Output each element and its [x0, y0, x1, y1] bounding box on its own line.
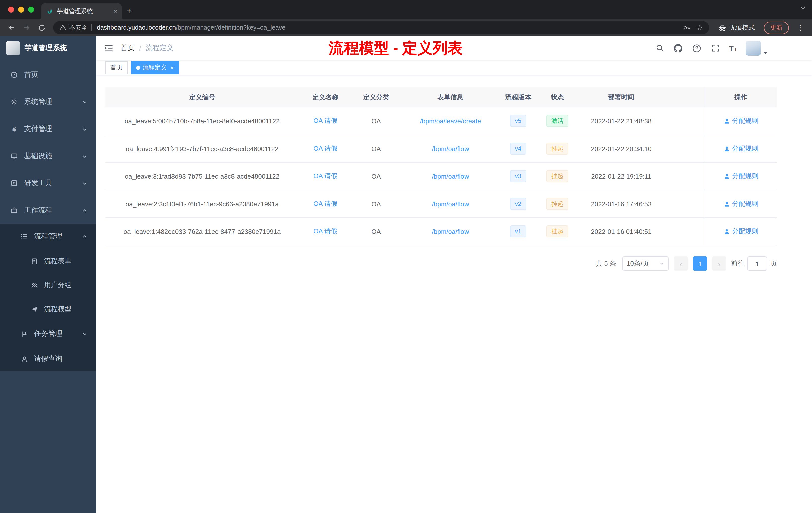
tab-strip: 芋道管理系统 × + [0, 0, 812, 19]
chevron-down-icon [659, 261, 664, 266]
assign-rule-button[interactable]: 分配规则 [724, 227, 758, 236]
sidebar-logo[interactable]: 芋道管理系统 [0, 36, 96, 60]
password-key-icon[interactable] [683, 24, 690, 31]
incognito-icon [718, 24, 727, 31]
pagination-goto: 前往 1 页 [731, 256, 777, 271]
chevron-down-icon [82, 99, 87, 105]
update-button[interactable]: 更新 [764, 21, 789, 34]
col-header-operation: 操作 [704, 87, 777, 107]
breadcrumb-home[interactable]: 首页 [120, 44, 135, 53]
annotation-title: 流程模型 - 定义列表 [329, 38, 463, 59]
sidebar-item-task-management[interactable]: 任务管理 [0, 321, 96, 346]
window-close-button[interactable] [8, 6, 14, 12]
tag-close-icon[interactable]: × [170, 64, 174, 71]
status-badge: 挂起 [546, 170, 569, 182]
assign-rule-button[interactable]: 分配规则 [724, 199, 758, 208]
version-tag: v1 [510, 225, 526, 237]
paper-plane-icon [30, 306, 38, 312]
tab-search-chevron-icon[interactable] [800, 5, 806, 11]
tool-icon [10, 180, 18, 187]
definition-name-link[interactable]: OA 请假 [313, 144, 337, 153]
sidebar-item-leave-query[interactable]: 请假查询 [0, 346, 96, 371]
deploy-time: 2022-01-22 19:19:11 [579, 163, 663, 190]
new-tab-button[interactable]: + [126, 6, 132, 16]
browser-menu-icon[interactable]: ⋮ [794, 24, 807, 32]
breadcrumb: 首页 / 流程定义 [120, 44, 174, 53]
user-menu[interactable] [746, 41, 768, 56]
address-bar[interactable]: 不安全 dashboard.yudao.iocoder.cn/bpm/manag… [53, 21, 709, 34]
form-link[interactable]: /bpm/oa/flow [432, 173, 469, 180]
definition-id: oa_leave:5:004b710b-7b8a-11ec-8ef0-acde4… [106, 108, 299, 134]
definition-name-link[interactable]: OA 请假 [313, 199, 337, 208]
deploy-time: 2022-01-16 17:46:53 [579, 190, 663, 217]
url-host: dashboard.yudao.iocoder.cn [97, 24, 176, 31]
chevron-down-icon [82, 331, 87, 337]
pagination: 共 5 条 10条/页 ‹ 1 › 前往 1 页 [106, 256, 777, 271]
form-link[interactable]: /bpm/oa/flow [432, 145, 469, 152]
assign-rule-button[interactable]: 分配规则 [724, 172, 758, 181]
user-icon [20, 356, 28, 362]
sidebar-item-process-model[interactable]: 流程模型 [0, 297, 96, 321]
search-icon[interactable] [655, 44, 665, 52]
goto-page-input[interactable]: 1 [747, 256, 767, 271]
sidebar-toggle-icon[interactable] [105, 44, 114, 52]
assign-rule-button[interactable]: 分配规则 [724, 117, 758, 125]
sidebar-item-system[interactable]: 系统管理 [0, 88, 96, 116]
sidebar-item-process-management[interactable]: 流程管理 [0, 224, 96, 249]
version-tag: v4 [510, 143, 526, 155]
window-zoom-button[interactable] [28, 6, 34, 12]
status-badge: 挂起 [546, 198, 569, 210]
definition-name-link[interactable]: OA 请假 [313, 172, 337, 181]
table-header-row: 定义编号 定义名称 定义分类 表单信息 流程版本 状态 部署时间 操作 [106, 87, 777, 108]
form-link[interactable]: /bpm/oa/leave/create [420, 117, 481, 125]
sidebar-item-user-groups[interactable]: 用户分组 [0, 273, 96, 297]
briefcase-icon [10, 207, 18, 214]
active-dot [136, 65, 140, 69]
font-size-icon[interactable]: TT [729, 44, 737, 53]
security-label[interactable]: 不安全 [69, 23, 87, 32]
tag-process-definition[interactable]: 流程定义 × [131, 61, 179, 74]
tab-close-icon[interactable]: × [114, 7, 117, 14]
user-icon [724, 173, 730, 179]
browser-window: 芋道管理系统 × + 不安全 dashboard.yudao.iocoder.c… [0, 0, 812, 513]
sidebar-item-workflow[interactable]: 工作流程 [0, 197, 96, 224]
assign-rule-button[interactable]: 分配规则 [724, 144, 758, 153]
sidebar-item-process-form[interactable]: 流程表单 [0, 249, 96, 273]
dashboard-icon [10, 71, 18, 78]
user-icon [724, 118, 730, 124]
app-root: 芋道管理系统 首页 系统管理 ¥ [0, 36, 812, 513]
help-icon[interactable] [692, 44, 702, 53]
fullscreen-icon[interactable] [710, 44, 720, 52]
sidebar-item-infrastructure[interactable]: 基础设施 [0, 143, 96, 170]
tag-home[interactable]: 首页 [106, 61, 127, 74]
sidebar-item-devtools[interactable]: 研发工具 [0, 170, 96, 197]
definition-category: OA [352, 163, 400, 190]
col-header-name: 定义名称 [299, 87, 352, 107]
window-minimize-button[interactable] [18, 6, 24, 12]
logo-title: 芋道管理系统 [25, 44, 67, 53]
back-button[interactable] [5, 21, 18, 34]
chevron-down-icon [82, 126, 87, 132]
sidebar-menu: 首页 系统管理 ¥ 支付管理 [0, 61, 96, 371]
definition-name-link[interactable]: OA 请假 [313, 117, 337, 125]
browser-tab[interactable]: 芋道管理系统 × [41, 3, 121, 19]
traffic-lights [0, 0, 41, 19]
github-icon[interactable] [673, 44, 683, 53]
form-link[interactable]: /bpm/oa/flow [432, 200, 469, 208]
definition-category: OA [352, 135, 400, 162]
status-badge: 激活 [546, 115, 569, 127]
user-avatar [746, 41, 761, 56]
page-size-select[interactable]: 10条/页 [622, 256, 669, 271]
sidebar-item-home[interactable]: 首页 [0, 61, 96, 88]
definition-name-link[interactable]: OA 请假 [313, 227, 337, 236]
form-link[interactable]: /bpm/oa/flow [432, 228, 469, 235]
reload-button[interactable] [35, 21, 48, 34]
sidebar-item-payment[interactable]: ¥ 支付管理 [0, 116, 96, 143]
prev-page-button[interactable]: ‹ [674, 256, 688, 271]
forward-button[interactable] [20, 21, 33, 34]
current-page-button[interactable]: 1 [693, 256, 707, 271]
version-tag: v2 [510, 198, 526, 210]
divider [91, 24, 92, 31]
next-page-button[interactable]: › [712, 256, 726, 271]
bookmark-star-icon[interactable]: ☆ [696, 23, 703, 32]
